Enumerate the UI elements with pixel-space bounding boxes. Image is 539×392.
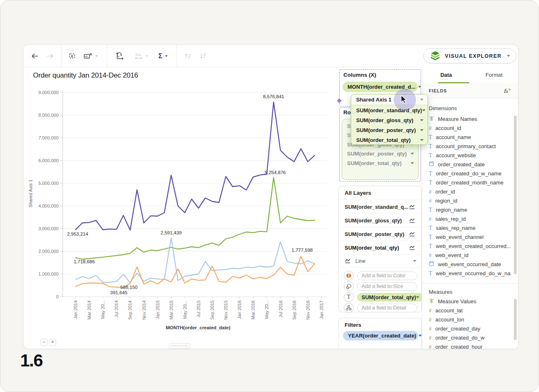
measure-item[interactable]: #account_lon — [429, 315, 511, 324]
layers-panel: All Layers SUM(order_standard_q...SUM(or… — [338, 186, 422, 312]
layer-label: SUM(order_total_qty) — [345, 245, 399, 251]
layers-list: SUM(order_standard_q...SUM(order_gloss_q… — [339, 200, 421, 255]
number-icon: # — [429, 316, 432, 323]
axis-dropdown-item-label: SUM(order_poster_qty) — [356, 127, 416, 133]
text-icon: T — [429, 234, 432, 240]
sort-descending-button[interactable] — [197, 50, 209, 62]
number-icon: # — [429, 216, 432, 222]
visual-explorer-label: VISUAL EXPLORER — [445, 53, 503, 59]
field-label: account_lon — [435, 316, 464, 323]
visual-explorer-logo-icon — [430, 50, 441, 61]
measure-item[interactable]: #order_created_hour — [429, 342, 511, 349]
measures-scrollbar-thumb[interactable] — [514, 299, 517, 340]
dimension-item[interactable]: Tsales_rep_name — [429, 223, 511, 232]
mark-type-select[interactable]: Line — [339, 255, 421, 267]
forward-button[interactable] — [44, 50, 57, 62]
dimension-item[interactable]: Torder_created_month_name — [429, 178, 511, 187]
sort-ascending-button[interactable] — [182, 50, 194, 62]
well-pill-filled[interactable]: SUM(order_total_qty) — [357, 293, 424, 302]
axis-dropdown-item[interactable]: SUM(order_poster_qty) — [351, 125, 428, 135]
layer-item[interactable]: SUM(order_total_qty) — [339, 241, 421, 255]
stack-icon — [429, 298, 434, 305]
drag-handle[interactable] — [169, 343, 190, 349]
dimension-item[interactable]: Taccount_website — [429, 151, 511, 160]
zoom-out-button[interactable]: − — [40, 339, 47, 346]
chevron-down-icon — [416, 296, 419, 298]
dimension-item[interactable]: Tweb_event_created_occurred... — [429, 241, 511, 250]
visual-explorer-button[interactable]: VISUAL EXPLORER — [423, 48, 516, 64]
dimension-item[interactable]: #web_event_id — [429, 250, 511, 260]
axis-dropdown-item[interactable]: SUM(order_total_qty) — [351, 135, 428, 145]
add-formula-button[interactable]: fx+ — [504, 87, 511, 94]
measure-item[interactable]: Measure Values — [429, 297, 511, 306]
svg-text:Mar 2014: Mar 2014 — [87, 300, 92, 319]
dimension-item[interactable]: order_created_date — [429, 160, 511, 169]
chevron-down-icon — [420, 129, 423, 131]
layer-item[interactable]: SUM(order_standard_q... — [339, 200, 421, 214]
dimension-item[interactable]: Tweb_event_channel — [429, 232, 511, 241]
dimension-item[interactable]: #region_id — [429, 196, 511, 205]
dimension-item[interactable]: web_event_occurred_date — [429, 260, 511, 269]
rows-shelf-item[interactable]: SUM(order_poster_qty) — [347, 149, 414, 159]
axis-dropdown-item[interactable]: SUM(order_standard_qty) — [351, 105, 428, 115]
text-well-button[interactable]: T — [344, 292, 354, 302]
size-well-icon — [346, 283, 352, 289]
number-icon: # — [429, 198, 432, 204]
well-pill-empty[interactable]: Add a field to Detail — [357, 304, 417, 312]
well-row: Add a field to Color — [339, 270, 421, 281]
field-label: account_lat — [435, 307, 463, 314]
dimension-item[interactable]: Measure Names — [429, 114, 511, 123]
remove-visualization-button[interactable] — [82, 50, 99, 62]
shared-axis-dropdown-header[interactable]: Shared Axis 1 — [351, 94, 428, 105]
svg-text:5,000,000: 5,000,000 — [38, 181, 59, 186]
toolbar-divider — [61, 45, 61, 67]
fields-header: FIELDS fx+ — [422, 83, 518, 98]
dimensions-scrollbar-thumb[interactable] — [514, 116, 517, 274]
svg-text:1,000,000: 1,000,000 — [38, 272, 59, 276]
svg-text:Shared Axis 1: Shared Axis 1 — [28, 179, 33, 208]
layer-item[interactable]: SUM(order_gloss_qty) — [339, 214, 421, 227]
field-label: web_event_occurred_date — [438, 261, 501, 267]
svg-text:MONTH(order_created_date): MONTH(order_created_date) — [166, 325, 231, 330]
detail-well-button[interactable] — [344, 303, 354, 313]
swap-axes-button[interactable] — [113, 50, 126, 62]
dimension-item[interactable]: #account_id — [429, 123, 511, 132]
field-wells: Add a field to ColorAdd a field to SizeT… — [339, 267, 421, 313]
rows-shelf-item[interactable]: SUM(order_total_qty) — [347, 158, 414, 168]
dimension-item[interactable]: Torder_created_do_w_name — [429, 169, 511, 178]
tab-data[interactable]: Data — [422, 67, 470, 83]
toolbar-divider — [107, 45, 107, 67]
measure-item[interactable]: #order_created_do_w — [429, 333, 511, 342]
dimension-item[interactable]: Tweb_event_occurred_do_w_na... — [429, 269, 511, 278]
text-icon: T — [429, 207, 432, 213]
dimension-item[interactable]: Tregion_name — [429, 205, 511, 214]
zoom-in-button[interactable]: + — [49, 339, 56, 346]
dimension-item[interactable]: #sales_rep_id — [429, 214, 511, 223]
measure-item[interactable]: #account_lat — [429, 306, 511, 315]
well-pill-empty[interactable]: Add a field to Color — [357, 272, 417, 280]
shared-axis-label: Shared Axis 1 — [356, 97, 392, 103]
columns-shelf-title: Columns (X) — [343, 72, 376, 78]
well-pill-empty[interactable]: Add a field to Size — [357, 282, 417, 291]
dimension-item[interactable]: Taccount_name — [429, 132, 511, 142]
measure-item[interactable]: #order_created_day — [429, 324, 511, 333]
svg-text:Jan 2015: Jan 2015 — [155, 300, 160, 319]
color-well-button[interactable] — [344, 271, 354, 281]
back-button[interactable] — [28, 50, 41, 62]
visual-explorer-window: Σ VISUAL EXPLORER Orde — [23, 45, 518, 349]
well-row: TSUM(order_total_qty) — [339, 292, 421, 302]
dimension-item[interactable]: #order_id — [429, 187, 511, 196]
layer-item[interactable]: SUM(order_poster_qty) — [339, 227, 421, 241]
axis-dropdown-item[interactable]: SUM(order_gloss_qty) — [351, 115, 428, 125]
tab-format[interactable]: Format — [470, 67, 518, 83]
well-row: Add a field to Detail — [339, 302, 421, 313]
field-label: sales_rep_name — [436, 225, 475, 231]
chevron-down-icon — [507, 55, 510, 57]
bar-width-button[interactable] — [132, 50, 150, 62]
aggregate-button[interactable]: Σ — [155, 50, 171, 62]
add-visualization-button[interactable] — [66, 50, 79, 62]
dimension-item[interactable]: Taccount_primary_contact — [429, 142, 511, 151]
size-well-button[interactable] — [344, 281, 354, 291]
filter-pill[interactable]: YEAR(order_created_date) — [343, 331, 418, 340]
field-label: order_created_day — [435, 326, 480, 332]
